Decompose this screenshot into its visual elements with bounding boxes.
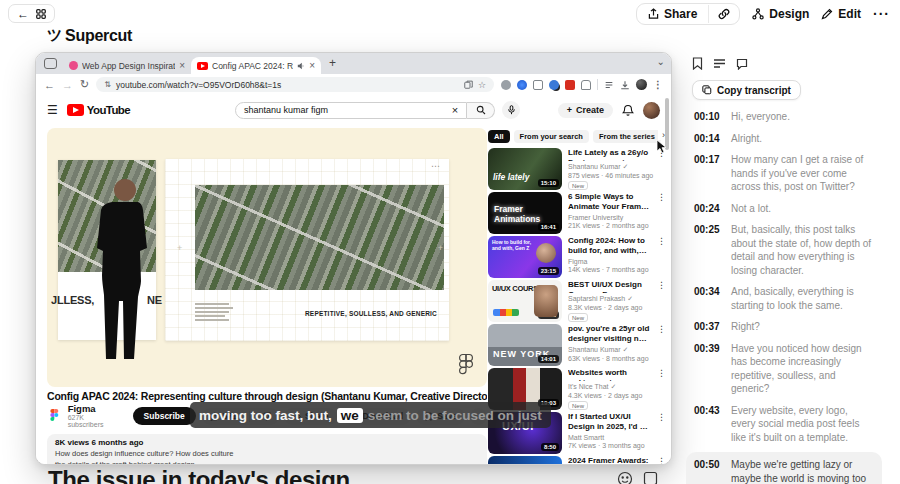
browser-reload-icon[interactable]: ↻ (80, 78, 89, 91)
notifications-bell-icon[interactable] (622, 104, 634, 117)
tab-close-icon[interactable]: × (179, 61, 185, 71)
filter-chip[interactable]: All (488, 130, 510, 143)
browser-forward-icon[interactable]: → (62, 79, 73, 91)
tab-audio-icon[interactable] (297, 62, 305, 70)
transcript-timestamp[interactable]: 00:25 (694, 223, 723, 277)
transcript-timestamp[interactable]: 00:37 (694, 320, 723, 334)
video-kebab-icon[interactable]: ⋮ (657, 456, 665, 465)
video-thumbnail[interactable]: How to build for, and with, Gen Z23:15 (488, 236, 562, 278)
voice-search-button[interactable] (502, 101, 520, 119)
browser-menu-kebab-icon[interactable]: ⋮ (653, 79, 663, 90)
tab-overview-icon[interactable] (44, 58, 57, 69)
transcript-entry[interactable]: 00:39Have you noticed how design has bec… (686, 342, 882, 396)
create-button[interactable]: + Create (558, 103, 613, 118)
transcript-timestamp[interactable]: 00:43 (694, 404, 723, 445)
video-suggestion[interactable]: life lately15:10Life Lately as a 26y/o D… (488, 148, 665, 190)
search-input[interactable]: shantanu kumar figm × (235, 102, 467, 119)
video-kebab-icon[interactable]: ⋮ (657, 324, 665, 366)
new-tab-button[interactable]: + (329, 56, 336, 70)
video-suggestion[interactable]: 2024 Framer Awards:⋮ (488, 456, 665, 465)
transcript-entry[interactable]: 00:14Alright. (686, 132, 882, 146)
transcript-entry[interactable]: 00:37Right? (686, 320, 882, 334)
tab-close-icon[interactable]: × (309, 61, 315, 71)
bookmark-icon[interactable] (692, 57, 703, 70)
globe-extension-icon[interactable] (517, 80, 527, 90)
red-extension-icon[interactable] (565, 80, 575, 90)
clear-search-icon[interactable]: × (452, 104, 458, 116)
comment-icon[interactable] (736, 58, 748, 70)
video-thumbnail[interactable] (488, 456, 562, 465)
video-kebab-icon[interactable]: ⋮ (657, 236, 665, 278)
transcript-timestamp[interactable]: 00:17 (694, 153, 723, 194)
video-player[interactable]: JLLESS, NE ⋯ + + REPETITIVE, SOULLESS, A… (47, 128, 487, 387)
frame-tool-icon[interactable] (643, 471, 658, 484)
reading-list-icon[interactable] (604, 80, 614, 90)
hamburger-menu-icon[interactable]: ☰ (47, 103, 58, 117)
design-button[interactable]: Design (752, 7, 809, 21)
extension-icon[interactable] (501, 80, 511, 90)
transcript-timestamp[interactable]: 00:50 (694, 458, 723, 484)
video-kebab-icon[interactable]: ⋮ (657, 280, 665, 322)
youtube-profile-avatar[interactable] (643, 102, 660, 119)
channel-info[interactable]: Figma 627K subscribers (68, 404, 121, 428)
copy-link-button[interactable] (708, 5, 739, 23)
filter-chip[interactable]: From the series (593, 130, 661, 143)
transcript-timestamp[interactable]: 00:24 (694, 202, 723, 216)
caption-current-word[interactable]: we (337, 408, 363, 423)
transcript-timestamp[interactable]: 00:34 (694, 285, 723, 312)
home-extension-icon[interactable] (581, 80, 591, 90)
more-menu-button[interactable]: ··· (873, 6, 890, 22)
transcript-entry[interactable]: 00:24Not a lot. (686, 202, 882, 216)
grid-icon[interactable] (36, 9, 46, 19)
transcript-timestamp[interactable]: 00:14 (694, 132, 723, 146)
video-kebab-icon[interactable]: ⋮ (657, 368, 665, 410)
transcript-entry[interactable]: 00:43Every website, every logo, every so… (686, 404, 882, 445)
transcript-timestamp[interactable]: 00:39 (694, 342, 723, 396)
video-suggestion[interactable]: How to build for, and with, Gen Z23:15Co… (488, 236, 665, 278)
video-suggestion[interactable]: Framer Animations16:416 Simple Ways to A… (488, 192, 665, 234)
browser-tab-active[interactable]: Config APAC 2024: Repr × (191, 57, 321, 74)
youtube-logo[interactable]: YouTube (67, 104, 130, 116)
video-kebab-icon[interactable]: ⋮ (657, 412, 665, 454)
nav-back-group[interactable]: ← (8, 4, 55, 23)
video-thumbnail[interactable]: Framer Animations16:41 (488, 192, 562, 234)
video-kebab-icon[interactable]: ⋮ (657, 192, 665, 234)
transcript-entry[interactable]: 00:17How many can I get a raise of hands… (686, 153, 882, 194)
bookmark-star-icon[interactable]: ☆ (478, 80, 486, 90)
edit-button[interactable]: Edit (821, 7, 861, 21)
video-thumbnail[interactable]: NEW YORK14:01 (488, 324, 562, 366)
filter-chip[interactable]: From your search (514, 130, 589, 143)
subscribe-button[interactable]: Subscribe (133, 407, 196, 425)
transcript-entry[interactable]: 00:50Maybe we're getting lazy or maybe t… (686, 452, 882, 484)
back-icon[interactable]: ← (17, 7, 29, 21)
frame-extension-icon[interactable] (533, 80, 543, 90)
transcript-entry[interactable]: 00:25But, basically, this post talks abo… (686, 223, 882, 277)
video-suggestion[interactable]: NEW YORK14:01pov. you're a 25yr old desi… (488, 324, 665, 366)
transcript-entry[interactable]: 00:10Hi, everyone. (686, 110, 882, 124)
tune-icon[interactable]: ⇅ (104, 80, 111, 89)
share-button[interactable]: Share (637, 4, 708, 24)
figma-channel-avatar[interactable] (47, 409, 62, 424)
video-info: Life Lately as a 26y/o Designer running … (568, 148, 651, 190)
video-suggestion-title: BEST UI/UX Design Courses For Beginners … (568, 280, 651, 293)
url-field[interactable]: ⇅ youtube.com/watch?v=O95VOrD60h8&t=1s ☆ (96, 77, 494, 92)
video-suggestion[interactable]: UI/UX COURSES10:28BEST UI/UX Design Cour… (488, 280, 665, 322)
badge-extension-icon[interactable] (549, 80, 559, 90)
transcript-timestamp[interactable]: 00:10 (694, 110, 723, 124)
browser-back-icon[interactable]: ← (44, 79, 55, 91)
transcript-list-icon[interactable] (713, 58, 726, 69)
browser-tab-inactive[interactable]: Web App Design Inspiration × (63, 57, 191, 74)
share-tab-icon[interactable] (464, 80, 473, 89)
transcript-entry[interactable]: 00:34And, basically, everything is start… (686, 285, 882, 312)
video-thumbnail[interactable]: UI/UX COURSES10:28 (488, 280, 562, 322)
video-kebab-icon[interactable]: ⋮ (657, 148, 665, 190)
download-icon[interactable] (620, 80, 630, 90)
tab-search-chevron-icon[interactable]: ⌄ (657, 56, 665, 67)
caption-overlay[interactable]: moving too fast, but, we seem to be focu… (190, 402, 551, 428)
browser-profile-avatar[interactable] (636, 79, 647, 90)
video-thumbnail[interactable]: life lately15:10 (488, 148, 562, 190)
emoji-reaction-icon[interactable] (617, 471, 633, 484)
video-description[interactable]: 8K views 6 months ago How does design in… (47, 434, 487, 465)
search-button[interactable] (467, 102, 495, 119)
copy-transcript-button[interactable]: Copy transcript (692, 80, 801, 100)
